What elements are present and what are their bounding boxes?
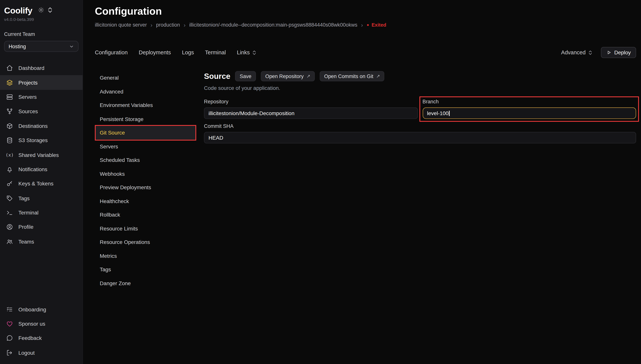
sidebar-item-label: Dashboard bbox=[19, 65, 45, 71]
tab-bar-right: Advanced Deploy bbox=[561, 47, 636, 58]
sidebar-item-keys-tokens[interactable]: Keys & Tokens bbox=[0, 176, 83, 191]
branch-field: Branch level-100 bbox=[423, 99, 636, 119]
commit-sha-field: Commit SHA bbox=[204, 123, 636, 143]
git-fork-icon bbox=[6, 108, 13, 115]
advanced-dropdown[interactable]: Advanced bbox=[561, 50, 593, 56]
save-button[interactable]: Save bbox=[235, 71, 256, 81]
subnav-item-preview-deployments[interactable]: Preview Deployments bbox=[95, 181, 196, 194]
source-header: Source Save Open Repository ↗ Open Commi… bbox=[204, 71, 636, 81]
tag-icon bbox=[6, 195, 13, 202]
bell-icon bbox=[6, 166, 13, 173]
database-icon bbox=[6, 137, 13, 144]
status-badge: ● Exited bbox=[367, 22, 386, 28]
sidebar-item-sources[interactable]: Sources bbox=[0, 104, 83, 119]
breadcrumb-application[interactable]: illicitestonion/-module--decomposition:m… bbox=[189, 22, 357, 28]
tab-links-label: Links bbox=[237, 50, 250, 56]
sidebar-item-feedback[interactable]: Feedback bbox=[0, 331, 83, 346]
sidebar-item-destinations[interactable]: Destinations bbox=[0, 119, 83, 133]
status-dot-icon: ● bbox=[367, 23, 369, 27]
open-repository-button[interactable]: Open Repository ↗ bbox=[261, 71, 315, 81]
breadcrumb-environment[interactable]: production bbox=[156, 22, 180, 28]
open-commits-button[interactable]: Open Commits on Git ↗ bbox=[320, 71, 385, 81]
subnav-item-resource-limits[interactable]: Resource Limits bbox=[95, 222, 196, 236]
current-team-label: Current Team bbox=[0, 32, 83, 37]
subnav-item-persistent-storage[interactable]: Persistent Storage bbox=[95, 112, 196, 126]
sidebar-item-dashboard[interactable]: Dashboard bbox=[0, 61, 83, 75]
open-commits-label: Open Commits on Git bbox=[324, 73, 373, 79]
brand-logo: Coolify bbox=[4, 6, 33, 16]
repository-input[interactable] bbox=[204, 108, 418, 119]
brand-row: Coolify bbox=[0, 6, 83, 16]
sidebar-item-s3-storages[interactable]: S3 Storages bbox=[0, 133, 83, 148]
user-circle-icon bbox=[6, 224, 13, 231]
subnav-item-tags[interactable]: Tags bbox=[95, 263, 196, 276]
save-button-label: Save bbox=[240, 73, 251, 79]
sidebar-item-logout[interactable]: Logout bbox=[0, 346, 83, 360]
chevron-right-icon: › bbox=[151, 22, 153, 28]
sidebar-item-label: Sponsor us bbox=[19, 321, 45, 327]
config-subnav: General Advanced Environment Variables P… bbox=[95, 71, 196, 290]
subnav-item-servers[interactable]: Servers bbox=[95, 140, 196, 153]
tab-logs[interactable]: Logs bbox=[182, 50, 194, 56]
sidebar-item-label: Notifications bbox=[19, 166, 47, 172]
layers-icon bbox=[6, 79, 13, 86]
sidebar-item-label: Sources bbox=[19, 108, 38, 114]
sidebar-item-projects[interactable]: Projects bbox=[0, 76, 83, 90]
commit-sha-input[interactable] bbox=[204, 132, 636, 144]
sidebar-item-label: Destinations bbox=[19, 123, 48, 129]
subnav-item-healthcheck[interactable]: Healthcheck bbox=[95, 194, 196, 208]
brand-icons bbox=[38, 7, 53, 14]
sidebar-item-label: Shared Variables bbox=[19, 152, 59, 158]
team-select[interactable]: Hosting bbox=[4, 41, 79, 52]
repository-label: Repository bbox=[204, 99, 418, 104]
sidebar-item-tags[interactable]: Tags bbox=[0, 191, 83, 205]
subnav-item-environment-variables[interactable]: Environment Variables bbox=[95, 98, 196, 112]
subnav-item-git-source[interactable]: Git Source bbox=[95, 126, 196, 140]
sidebar-item-teams[interactable]: Teams bbox=[0, 234, 83, 249]
commit-sha-label: Commit SHA bbox=[204, 123, 636, 129]
coolify-app: Coolify v4.0.0-beta.399 Current Team Hos… bbox=[0, 0, 641, 364]
chevron-up-down-icon bbox=[252, 50, 257, 55]
subnav-item-metrics[interactable]: Metrics bbox=[95, 249, 196, 263]
source-description: Code source of your application. bbox=[204, 85, 636, 91]
tab-configuration[interactable]: Configuration bbox=[95, 50, 128, 56]
sidebar-item-notifications[interactable]: Notifications bbox=[0, 162, 83, 176]
external-link-icon: ↗ bbox=[306, 74, 310, 79]
server-icon bbox=[6, 94, 13, 100]
key-icon bbox=[6, 180, 13, 187]
subnav-item-label: Git Source bbox=[100, 130, 125, 136]
subnav-item-advanced[interactable]: Advanced bbox=[95, 85, 196, 98]
subnav-item-general[interactable]: General bbox=[95, 71, 196, 85]
page-title: Configuration bbox=[95, 5, 636, 17]
tab-links[interactable]: Links bbox=[237, 50, 257, 56]
app-version: v4.0.0-beta.399 bbox=[0, 16, 83, 22]
logout-icon bbox=[6, 349, 13, 356]
chevron-up-down-icon[interactable] bbox=[47, 7, 53, 14]
subnav-item-scheduled-tasks[interactable]: Scheduled Tasks bbox=[95, 153, 196, 167]
tab-terminal[interactable]: Terminal bbox=[205, 50, 226, 56]
sidebar-item-label: Projects bbox=[19, 80, 38, 86]
repository-field: Repository bbox=[204, 99, 418, 119]
sidebar-item-profile[interactable]: Profile bbox=[0, 220, 83, 234]
breadcrumb-project[interactable]: illicitonion quote server bbox=[95, 22, 147, 28]
sidebar-item-terminal[interactable]: Terminal bbox=[0, 205, 83, 220]
tab-bar: Configuration Deployments Logs Terminal … bbox=[95, 47, 636, 58]
subnav-item-danger-zone[interactable]: Danger Zone bbox=[95, 276, 196, 290]
sidebar-item-label: Feedback bbox=[19, 335, 42, 341]
sidebar-item-shared-variables[interactable]: (x) Shared Variables bbox=[0, 148, 83, 162]
deploy-button-label: Deploy bbox=[614, 50, 631, 56]
theme-toggle-sun-icon[interactable] bbox=[38, 7, 44, 14]
home-icon bbox=[6, 64, 13, 72]
sidebar-nav: Dashboard Projects Servers Sources Desti… bbox=[0, 61, 83, 249]
sidebar-item-sponsor[interactable]: Sponsor us bbox=[0, 316, 83, 331]
deploy-button[interactable]: Deploy bbox=[601, 47, 636, 58]
subnav-item-webhooks[interactable]: Webhooks bbox=[95, 167, 196, 180]
chevron-up-down-icon bbox=[587, 50, 592, 55]
sidebar-item-onboarding[interactable]: Onboarding bbox=[0, 302, 83, 316]
branch-input[interactable]: level-100 bbox=[423, 108, 636, 119]
sidebar-item-servers[interactable]: Servers bbox=[0, 90, 83, 104]
source-form: Repository Branch level-100 Commit SHA bbox=[204, 99, 636, 143]
tab-deployments[interactable]: Deployments bbox=[139, 50, 171, 56]
subnav-item-resource-operations[interactable]: Resource Operations bbox=[95, 236, 196, 249]
subnav-item-rollback[interactable]: Rollback bbox=[95, 208, 196, 222]
